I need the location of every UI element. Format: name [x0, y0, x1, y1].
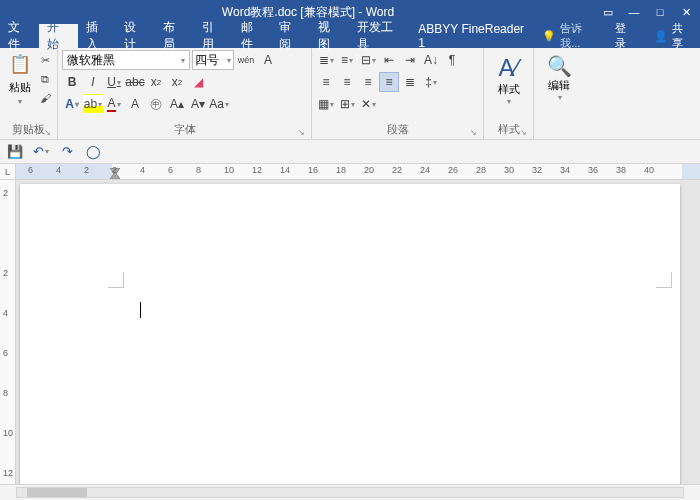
clear-formatting-button[interactable]: ◢ — [188, 72, 208, 92]
ruler-h-tick: 14 — [280, 165, 290, 175]
font-launcher[interactable]: ↘ — [298, 128, 305, 137]
bold-button[interactable]: B — [62, 72, 82, 92]
vertical-ruler[interactable]: 224681012 — [0, 180, 16, 484]
format-painter-button[interactable]: 🖌 — [37, 90, 53, 106]
margin-corner-tr — [656, 272, 672, 288]
paste-button[interactable]: 📋 粘贴 ▾ — [4, 50, 35, 106]
highlight-button[interactable]: ab▾ — [83, 94, 103, 114]
enclose-char-button[interactable]: ㊥ — [146, 94, 166, 114]
tab-review[interactable]: 审阅 — [271, 24, 310, 48]
tab-view[interactable]: 视图 — [310, 24, 349, 48]
char-border-button[interactable]: A — [258, 50, 278, 70]
ruler-v-tick: 4 — [3, 308, 8, 318]
sort-button[interactable]: A↓ — [421, 50, 441, 70]
show-marks-button[interactable]: ¶ — [442, 50, 462, 70]
tab-design[interactable]: 设计 — [116, 24, 155, 48]
maximize-icon[interactable]: □ — [648, 0, 672, 24]
char-shading-button[interactable]: A — [125, 94, 145, 114]
tab-developer[interactable]: 开发工具 — [349, 24, 411, 48]
copy-button[interactable]: ⧉ — [37, 71, 53, 87]
save-button[interactable]: 💾 — [6, 143, 24, 161]
share-icon: 👤 — [654, 30, 668, 43]
line-spacing-button[interactable]: ‡▾ — [421, 72, 441, 92]
scrollbar-thumb[interactable] — [27, 488, 87, 497]
strikethrough-button[interactable]: abc — [125, 72, 145, 92]
tab-file[interactable]: 文件 — [0, 24, 39, 48]
tell-me-placeholder: 告诉我... — [560, 21, 599, 51]
margin-corner-tl — [108, 272, 124, 288]
styles-button[interactable]: A⁄ 样式 ▾ — [488, 50, 529, 106]
editing-button[interactable]: 🔍 编辑 ▾ — [538, 50, 580, 102]
font-size-combo[interactable]: 四号▾ — [192, 50, 234, 70]
styles-icon: A⁄ — [498, 54, 518, 82]
tell-me-search[interactable]: 💡 告诉我... — [536, 24, 605, 48]
document-page[interactable] — [20, 184, 680, 484]
distributed-button[interactable]: ≣ — [400, 72, 420, 92]
ruler-h-tick: 16 — [308, 165, 318, 175]
paragraph-launcher[interactable]: ↘ — [470, 128, 477, 137]
window-title: Word教程.doc [兼容模式] - Word — [20, 4, 596, 21]
document-canvas[interactable] — [16, 180, 700, 484]
tab-abbyy[interactable]: ABBYY FineReader 1 — [410, 24, 536, 48]
align-right-button[interactable]: ≡ — [358, 72, 378, 92]
horizontal-scrollbar[interactable] — [0, 484, 700, 500]
tab-home[interactable]: 开始 — [39, 24, 78, 48]
ruler-h-tick: 32 — [532, 165, 542, 175]
ruler-h-tick: 12 — [252, 165, 262, 175]
group-clipboard-label: 剪贴板↘ — [4, 121, 53, 139]
styles-launcher[interactable]: ↘ — [520, 128, 527, 137]
clipboard-launcher[interactable]: ↘ — [44, 128, 51, 137]
decrease-indent-button[interactable]: ⇤ — [379, 50, 399, 70]
undo-button[interactable]: ↶▾ — [32, 143, 50, 161]
font-name-combo[interactable]: 微软雅黑▾ — [62, 50, 190, 70]
horizontal-ruler[interactable]: 642246810121416182022242628303234363840 — [16, 164, 700, 179]
shading-button[interactable]: ▦▾ — [316, 94, 336, 114]
numbering-button[interactable]: ≡▾ — [337, 50, 357, 70]
group-editing-label — [538, 124, 580, 139]
ruler-h-tick: 4 — [140, 165, 145, 175]
multilevel-list-button[interactable]: ⊟▾ — [358, 50, 378, 70]
asian-layout-button[interactable]: ✕▾ — [358, 94, 378, 114]
ruler-v-tick: 6 — [3, 348, 8, 358]
qat-custom-button[interactable]: ◯ — [84, 143, 102, 161]
grow-font-button[interactable]: A▴ — [167, 94, 187, 114]
ruler-h-tick: 28 — [476, 165, 486, 175]
styles-label: 样式 — [498, 82, 520, 97]
subscript-button[interactable]: x2 — [146, 72, 166, 92]
align-center-button[interactable]: ≡ — [337, 72, 357, 92]
ruler-h-tick: 8 — [196, 165, 201, 175]
ruler-v-tick: 2 — [3, 268, 8, 278]
shrink-font-button[interactable]: A▾ — [188, 94, 208, 114]
circle-icon: ◯ — [86, 144, 101, 159]
redo-button[interactable]: ↷ — [58, 143, 76, 161]
italic-button[interactable]: I — [83, 72, 103, 92]
phonetic-guide-button[interactable]: wén — [236, 50, 256, 70]
bullets-button[interactable]: ≣▾ — [316, 50, 336, 70]
tab-insert[interactable]: 插入 — [78, 24, 117, 48]
ruler-h-tick: 6 — [28, 165, 33, 175]
share-button[interactable]: 👤 共享 — [646, 24, 700, 48]
ruler-h-tick: 30 — [504, 165, 514, 175]
cut-button[interactable]: ✂ — [37, 52, 53, 68]
login-button[interactable]: 登录 — [605, 24, 646, 48]
text-effects-button[interactable]: A▾ — [62, 94, 82, 114]
ruler-h-tick: 6 — [168, 165, 173, 175]
brush-icon: 🖌 — [40, 92, 51, 104]
superscript-button[interactable]: x2 — [167, 72, 187, 92]
tab-references[interactable]: 引用 — [194, 24, 233, 48]
change-case-button[interactable]: Aa▾ — [209, 94, 229, 114]
underline-button[interactable]: U▾ — [104, 72, 124, 92]
tab-selector[interactable]: L — [0, 164, 16, 179]
borders-button[interactable]: ⊞▾ — [337, 94, 357, 114]
font-color-button[interactable]: A▾ — [104, 94, 124, 114]
align-justify-button[interactable]: ≡ — [379, 72, 399, 92]
increase-indent-button[interactable]: ⇥ — [400, 50, 420, 70]
clipboard-icon: 📋 — [6, 50, 34, 78]
tab-layout[interactable]: 布局 — [155, 24, 194, 48]
copy-icon: ⧉ — [41, 73, 49, 86]
tab-mailings[interactable]: 邮件 — [233, 24, 272, 48]
text-cursor — [140, 302, 141, 318]
align-left-button[interactable]: ≡ — [316, 72, 336, 92]
ruler-h-tick: 40 — [644, 165, 654, 175]
group-font-label: 字体↘ — [62, 121, 307, 139]
